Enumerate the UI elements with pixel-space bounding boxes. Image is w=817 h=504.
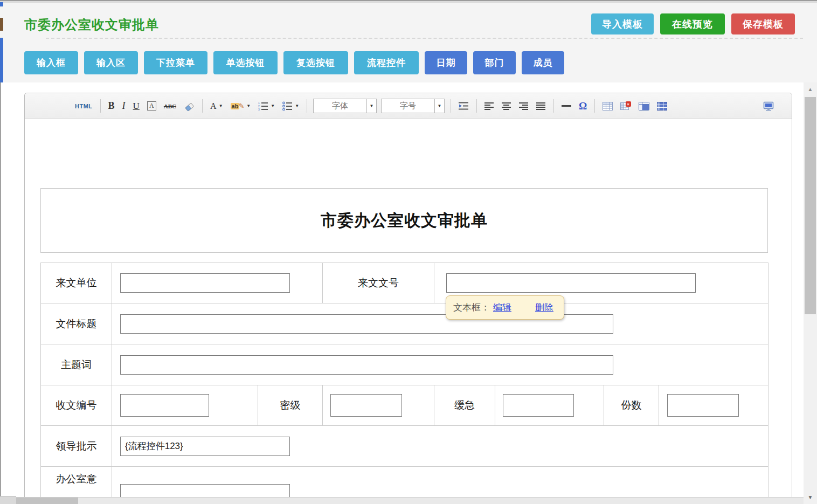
receipt-number-label: 收文编号 [41,385,112,426]
header-divider [46,38,803,39]
editor-document-area[interactable]: 市委办公室收文审批单 来文单位 来文文号 文件标题 主 [25,119,792,503]
cell-properties-button[interactable] [635,99,653,113]
vertical-scrollbar[interactable]: ▲ ▼ [804,82,817,504]
horizontal-scrollbar-corner [0,496,16,504]
horizontal-rule-button[interactable] [558,102,575,109]
secrecy-input[interactable] [330,394,402,417]
left-edge-line [0,82,1,496]
doc-title-label: 文件标题 [41,303,112,344]
font-color-button[interactable]: A▼ [206,99,226,114]
horizontal-scrollbar-thumb[interactable] [16,498,78,504]
leader-comment-flow-input[interactable] [120,437,290,456]
table-row: 来文单位 来文文号 [41,263,768,303]
widget-textarea-button[interactable]: 输入区 [84,51,138,74]
table-delete-icon: × [620,101,631,111]
incoming-unit-label: 来文单位 [41,263,112,303]
subject-cell [112,344,768,385]
widget-input-box-button[interactable]: 输入框 [24,51,78,74]
doc-title-cell [112,303,768,344]
receipt-number-input[interactable] [120,394,209,417]
scroll-up-arrow[interactable]: ▲ [804,82,817,95]
copies-input[interactable] [667,394,739,417]
window-top-border-inner [0,1,817,3]
table-properties-button[interactable] [653,99,671,113]
cell-properties-icon [639,102,649,111]
html-source-button[interactable]: HTML [71,100,96,112]
left-edge-fragment [0,2,3,6]
text-style-button[interactable]: A [143,99,160,113]
align-justify-button[interactable] [532,99,550,113]
font-family-dropdown-button[interactable]: ▼ [367,99,377,113]
chevron-down-icon: ▼ [370,103,374,108]
align-justify-icon [536,102,546,111]
widget-radio-button[interactable]: 单选按钮 [213,51,278,74]
italic-button[interactable]: I [119,98,129,114]
ordered-list-icon: 1 2 3 [258,101,268,111]
delete-table-button[interactable]: × [617,99,635,113]
textbox-context-tooltip: 文本框： 编辑 删除 [446,295,564,320]
copies-label: 份数 [604,385,659,426]
save-template-button[interactable]: 保存模板 [731,13,795,34]
rich-text-editor: HTML B I U A ABC A▼ ab✎▼ 1 2 [24,93,792,504]
scroll-down-arrow[interactable]: ▼ [804,491,817,503]
svg-text:3: 3 [258,108,260,111]
incoming-number-input[interactable] [446,273,696,293]
toolbar-separator [553,99,554,113]
svg-text:×: × [627,102,629,107]
widget-checkbox-button[interactable]: 复选按钮 [283,51,348,74]
horizontal-scrollbar[interactable] [0,497,804,504]
special-char-button[interactable]: Ω [575,98,591,115]
import-template-button[interactable]: 导入模板 [591,13,654,34]
align-right-icon [519,102,529,111]
page-title: 市委办公室收文审批单 [24,16,159,33]
unordered-list-icon [282,101,293,111]
leader-comment-label: 领导批示 [41,426,112,467]
urgency-cell [495,385,604,426]
insert-table-button[interactable] [599,99,617,113]
font-family-value: 字体 [313,99,367,113]
underline-button[interactable]: U [129,98,143,114]
remove-format-button[interactable] [180,99,198,114]
incoming-unit-cell [112,263,323,303]
align-center-button[interactable] [498,99,515,113]
bold-button[interactable]: B [105,98,119,114]
incoming-number-label: 来文文号 [323,263,434,303]
widget-department-button[interactable]: 部门 [473,51,516,74]
ordered-list-button[interactable]: 1 2 3 ▼ [254,99,279,113]
font-family-select[interactable]: 字体 ▼ [313,99,377,113]
tooltip-edit-link[interactable]: 编辑 [493,301,511,314]
table-row: 收文编号 密级 缓急 份数 [41,385,768,426]
font-size-select[interactable]: 字号 ▼ [381,99,445,113]
widget-flow-control-button[interactable]: 流程控件 [354,51,419,74]
align-center-icon [502,102,511,111]
align-left-button[interactable] [481,99,498,113]
incoming-unit-input[interactable] [120,273,290,293]
highlight-color-button[interactable]: ab✎▼ [227,99,255,113]
align-right-button[interactable] [515,99,532,113]
strikethrough-button[interactable]: ABC [160,100,180,112]
indent-button[interactable] [455,99,473,113]
unordered-list-button[interactable]: ▼ [279,99,303,113]
online-preview-button[interactable]: 在线预览 [660,13,725,34]
font-size-dropdown-button[interactable]: ▼ [435,99,445,113]
align-left-icon [484,102,494,111]
widget-member-button[interactable]: 成员 [522,51,564,74]
widget-date-button[interactable]: 日期 [425,51,467,74]
widget-dropdown-button[interactable]: 下拉菜单 [144,51,207,74]
urgency-input[interactable] [503,394,574,417]
horizontal-rule-icon [562,105,571,107]
app-window: 市委办公室收文审批单 导入模板 在线预览 保存模板 输入框 输入区 下拉菜单 单… [0,0,817,504]
left-edge-fragment [0,38,3,82]
tooltip-delete-link[interactable]: 删除 [535,301,553,314]
table-properties-icon [657,102,667,111]
subject-input[interactable] [120,355,613,375]
vertical-scrollbar-thumb[interactable] [805,97,816,314]
boxed-a-icon: A [147,101,156,111]
toolbar-separator [451,99,451,113]
subject-label: 主题词 [41,344,112,385]
copies-cell [659,385,768,426]
fullscreen-button[interactable] [759,99,778,114]
font-color-a-icon: A [210,101,217,111]
pencil-icon: ✎ [238,102,244,110]
urgency-label: 缓急 [434,385,495,426]
